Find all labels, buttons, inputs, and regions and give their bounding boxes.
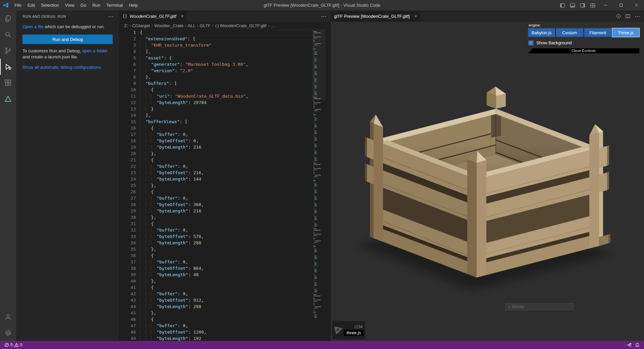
show-debug-configurations-link[interactable]: Show all automatic debug configurations. — [22, 64, 102, 70]
minimap-row — [313, 302, 326, 303]
menu-run[interactable]: Run — [89, 0, 103, 10]
minimap-row — [314, 262, 326, 263]
json-symbol-icon: {} — [215, 24, 219, 28]
code-line: { — [140, 125, 312, 131]
code-line: "byteOffset": 0, — [140, 138, 312, 144]
menu-bar: FileEditSelectionViewGoRunTerminalHelp — [11, 0, 141, 10]
editor-more-actions-icon[interactable]: ⋯ — [321, 13, 326, 19]
minimap[interactable] — [312, 29, 326, 341]
run-and-debug-icon[interactable] — [0, 59, 16, 75]
menu-help[interactable]: Help — [126, 0, 141, 10]
settings-gear-icon[interactable] — [0, 325, 16, 341]
explorer-icon[interactable] — [0, 10, 16, 27]
minimap-row — [314, 112, 326, 112]
wooden-crate-3d-model[interactable] — [331, 22, 644, 341]
preview-more-actions-icon[interactable]: ⋯ — [635, 13, 640, 19]
menu-selection[interactable]: Selection — [38, 0, 62, 10]
breadcrumb-item[interactable]: Wooden_Crate — [154, 23, 183, 28]
gizmo-dropdown[interactable]: ◂ Gizmo — [505, 303, 574, 310]
minimap-row — [314, 250, 326, 251]
minimap-row — [314, 313, 326, 314]
minimap-row — [314, 210, 326, 210]
warnings-icon — [14, 343, 19, 347]
open-a-folder-link[interactable]: open a folder — [82, 48, 108, 53]
minimap-row — [313, 163, 326, 163]
preview-tab-close-icon[interactable]: ✕ — [414, 14, 417, 18]
tab-label: WoodenCrate_GLTF.gltf — [129, 14, 176, 19]
preview-controls: engine: Babylon.jsCesiumFilamentThree.js… — [528, 22, 639, 53]
minimap-row — [314, 160, 326, 161]
threejs-badge[interactable]: r134 three.js — [332, 321, 365, 339]
minimap-row — [314, 159, 326, 159]
breadcrumb-item[interactable]: Z: — [124, 23, 128, 28]
menu-view[interactable]: View — [62, 0, 77, 10]
maximize-button[interactable] — [613, 0, 629, 10]
search-icon[interactable] — [0, 27, 16, 43]
code-line: "buffer": 0, — [140, 195, 312, 201]
editor-scrollbar[interactable] — [326, 29, 330, 341]
open-a-file-link[interactable]: Open a file — [22, 24, 44, 29]
line-number: 17 — [119, 131, 136, 138]
code-line: { — [140, 157, 312, 163]
gltf-preview-viewport[interactable]: engine: Babylon.jsCesiumFilamentThree.js… — [331, 22, 644, 341]
customize-layout-icon[interactable] — [588, 0, 598, 10]
minimap-row — [314, 156, 326, 157]
open-file-paragraph: Open a file which can be debugged or run… — [22, 24, 113, 30]
code-editor[interactable]: 1234567891011121314151617181920212223242… — [119, 29, 330, 341]
sidebar-more-actions-icon[interactable]: ⋯ — [108, 13, 114, 20]
engine-button-babylonjs[interactable]: Babylon.js — [528, 28, 555, 37]
menu-terminal[interactable]: Terminal — [103, 0, 126, 10]
feedback-icon[interactable] — [626, 343, 633, 347]
line-number: 20 — [119, 150, 136, 157]
toggle-panel-icon[interactable] — [568, 0, 578, 10]
close-controls-button[interactable]: Close Controls — [528, 48, 639, 53]
minimize-button[interactable] — [598, 0, 613, 10]
breadcrumb-item[interactable]: {}WoodenCrate_GLTF.gltf — [215, 23, 266, 28]
menu-go[interactable]: Go — [77, 0, 89, 10]
code-line: { — [140, 87, 312, 93]
code-line: }, — [140, 246, 312, 252]
minimap-row — [314, 155, 326, 155]
breadcrumb-item[interactable]: GLTF — [200, 23, 210, 28]
tab-close-icon[interactable]: ✕ — [180, 14, 183, 18]
engine-button-threejs[interactable]: Three.js — [612, 28, 639, 37]
line-number: 6 — [119, 61, 136, 67]
gltf-tools-icon[interactable] — [0, 91, 16, 107]
engine-button-cesium[interactable]: Cesium — [556, 28, 583, 37]
menu-file[interactable]: File — [11, 0, 24, 10]
split-editor-icon[interactable] — [625, 13, 631, 19]
source-control-icon[interactable] — [0, 43, 16, 59]
minimap-row — [314, 212, 326, 213]
run-and-debug-button[interactable]: Run and Debug — [22, 35, 113, 44]
show-background-checkbox[interactable]: ✓ — [529, 41, 533, 45]
toggle-secondary-sidebar-icon[interactable] — [578, 0, 588, 10]
line-number: 37 — [119, 259, 136, 265]
minimap-row — [314, 196, 326, 197]
tab-woodencrate-gltf[interactable]: {} WoodenCrate_GLTF.gltf ✕ — [119, 10, 187, 22]
line-number: 27 — [119, 195, 136, 201]
line-number: 41 — [119, 284, 136, 291]
extensions-icon[interactable] — [0, 75, 16, 91]
code-lines[interactable]: { "extensionsUsed": [ "KHR_texture_trans… — [136, 29, 312, 341]
problems-status[interactable]: 0 0 — [3, 341, 23, 349]
breadcrumb-item[interactable]: … — [271, 23, 275, 28]
breadcrumb-item[interactable]: CGtarget — [132, 23, 150, 28]
minimap-row — [314, 309, 326, 310]
tab-gltf-preview[interactable]: glTF Preview [WoodenCrate_GLTF.gltf] ✕ — [331, 10, 421, 22]
minimap-row — [314, 120, 326, 120]
account-icon[interactable] — [0, 309, 16, 325]
minimap-row — [314, 239, 326, 240]
code-line: { — [140, 252, 312, 259]
breadcrumb-item[interactable]: ALL — [188, 23, 196, 28]
toggle-sidebar-icon[interactable] — [557, 0, 568, 10]
minimap-row — [314, 258, 326, 259]
notifications-bell-icon[interactable] — [634, 343, 641, 347]
minimap-row — [313, 167, 326, 167]
minimap-row — [314, 124, 326, 124]
engine-button-filament[interactable]: Filament — [584, 28, 611, 37]
line-number: 47 — [119, 322, 136, 329]
close-button[interactable] — [629, 0, 644, 10]
minimap-row — [314, 247, 326, 248]
gltf-action-icon[interactable] — [616, 13, 621, 19]
menu-edit[interactable]: Edit — [24, 0, 38, 10]
